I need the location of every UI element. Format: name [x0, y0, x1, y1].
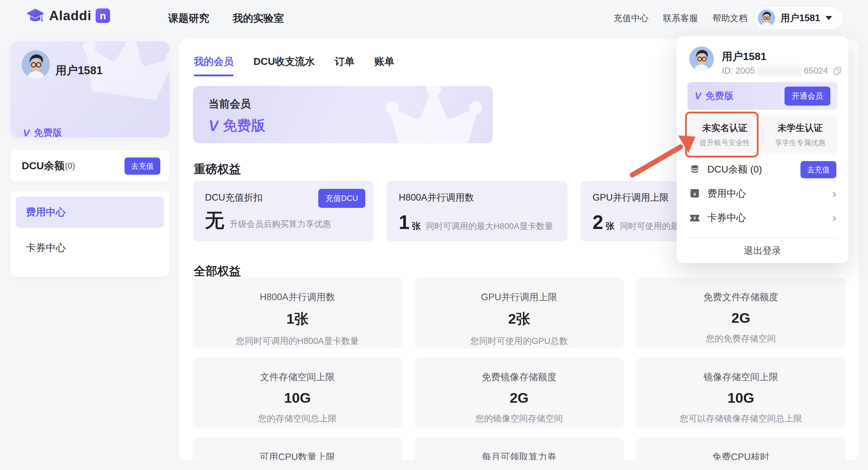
svg-text:¥: ¥ — [693, 216, 696, 221]
v-plan-icon: V — [695, 90, 701, 102]
link-recharge-center[interactable]: 充值中心 — [614, 12, 649, 24]
header-links: 充值中心 联系客服 帮助文档 — [614, 0, 747, 37]
username: 用户1581 — [781, 12, 820, 24]
student-verification-desc: 享学生专属优惠 — [775, 138, 826, 148]
link-help-docs[interactable]: 帮助文档 — [712, 12, 747, 24]
user-id-row: ID: 2005 65024 — [722, 66, 842, 76]
dropdown-item-coupon-center[interactable]: ¥ 卡券中心 › — [677, 206, 848, 230]
benefit-desc: 您同时可调用的H800A显卡数量 — [236, 335, 359, 347]
featured-card-dcu-discount: DCU充值折扣 充值DCU 无 升级会员后购买算力享优惠 — [193, 181, 374, 241]
sidebar-username: 用户1581 — [56, 63, 102, 78]
benefit-card: GPU并行调用上限 2张 您同时可使用的GPU总数 — [415, 277, 624, 348]
benefit-value: 10G — [727, 389, 754, 406]
user-id-prefix: ID: 2005 — [722, 66, 755, 76]
ticket-icon: ¥ — [689, 212, 701, 223]
dropdown-avatar — [689, 47, 714, 71]
user-id-suffix: 65024 — [804, 66, 828, 76]
tab-orders[interactable]: 订单 — [335, 55, 355, 76]
benefit-desc: 您同时可使用的GPU总数 — [470, 335, 568, 347]
v-plan-icon: V — [209, 117, 218, 135]
coins-icon — [689, 164, 701, 175]
benefit-card: 免费文件存储额度 2G 您的免费存储空间 — [636, 277, 845, 348]
dropdown-recharge-button[interactable]: 去充值 — [801, 161, 836, 178]
wallet-icon: ¥ — [689, 188, 701, 199]
divider — [689, 238, 836, 238]
dropdown-item-dcu-balance[interactable]: DCU余额 (0) 去充值 — [677, 157, 848, 182]
logo-text: Aladdi — [49, 8, 91, 23]
dcu-balance-count: (0) — [65, 161, 75, 171]
tab-bills[interactable]: 账单 — [375, 55, 395, 76]
sidebar-item-billing-center[interactable]: 费用中心 — [16, 196, 164, 228]
featured-card-value: 无 — [205, 207, 224, 234]
benefit-card: H800A并行调用数 1张 您同时可调用的H800A显卡数量 — [193, 277, 402, 348]
crown-watermark-icon — [384, 86, 484, 143]
benefit-value: 10G — [284, 389, 311, 406]
dropdown-coupon-label: 卡券中心 — [707, 211, 746, 225]
recharge-dcu-button[interactable]: 充值DCU — [318, 189, 365, 208]
featured-card-value: 1 — [399, 211, 410, 234]
benefit-title: 可用CPU数量上限 — [259, 451, 335, 460]
benefit-value: 2G — [510, 389, 529, 406]
benefit-card: 免费镜像存储额度 2G 您的镜像空间存储空间 — [415, 357, 624, 429]
tab-my-membership[interactable]: 我的会员 — [194, 55, 234, 76]
student-verification-title: 未学生认证 — [778, 122, 823, 134]
featured-card-h800a: H800A并行调用数 1 张 同时可调用的最大H800A显卡数量 — [387, 181, 567, 241]
benefit-title: H800A并行调用数 — [260, 291, 335, 303]
featured-card-title: H800A并行调用数 — [399, 191, 555, 204]
verification-panel: 未实名认证 提升账号安全性 未学生认证 享学生专属优惠 — [687, 115, 838, 154]
sidebar-item-coupon-center[interactable]: 卡券中心 — [16, 232, 164, 263]
benefit-value: 2G — [732, 310, 750, 326]
copy-icon[interactable] — [833, 66, 842, 76]
caret-down-icon — [826, 16, 832, 20]
all-benefits-title: 全部权益 — [194, 263, 241, 280]
dcu-balance-label: DCU余额 — [22, 159, 64, 173]
logout-button[interactable]: 退出登录 — [677, 241, 848, 261]
benefit-title: 免费镜像存储额度 — [482, 371, 556, 383]
recharge-button[interactable]: 去充值 — [124, 157, 160, 175]
featured-cards: DCU充值折扣 充值DCU 无 升级会员后购买算力享优惠 H800A并行调用数 … — [193, 181, 761, 241]
all-benefits-grid: H800A并行调用数 1张 您同时可调用的H800A显卡数量 GPU并行调用上限… — [193, 277, 845, 460]
logo[interactable]: Aladdi n — [26, 8, 110, 24]
open-membership-button[interactable]: 开通会员 — [784, 87, 830, 106]
logo-badge: n — [96, 8, 110, 23]
featured-card-value: 2 — [592, 211, 603, 234]
realname-verification-title: 未实名认证 — [702, 122, 747, 134]
featured-card-desc: 同时可调用的最大H800A显卡数量 — [426, 221, 553, 232]
benefit-card: 镜像存储空间上限 10G 您可以存储镜像存储空间总上限 — [636, 357, 845, 429]
graduation-cap-icon — [26, 8, 45, 24]
tab-bar: 我的会员 DCU收支流水 订单 账单 — [194, 55, 395, 76]
featured-card-desc: 升级会员后购买算力享优惠 — [230, 218, 331, 230]
benefit-card: 文件存储空间上限 10G 您的存储空间总上限 — [193, 357, 402, 429]
benefit-desc: 您的免费存储空间 — [706, 333, 776, 345]
benefit-desc: 您可以存储镜像存储空间总上限 — [680, 413, 802, 425]
benefit-title: 文件存储空间上限 — [260, 371, 335, 383]
benefit-card: 可用CPU数量上限 — [193, 437, 402, 460]
sidebar-user-card: 用户1581 V 免费版 升级会员 — [10, 41, 169, 137]
featured-card-unit: 张 — [412, 220, 421, 232]
user-menu-trigger[interactable]: 用户1581 — [753, 6, 844, 30]
nav-item-my-lab[interactable]: 我的实验室 — [233, 11, 284, 25]
user-dropdown-menu: 用户1581 ID: 2005 65024 V 免费版 开通会员 未实名认证 提… — [677, 36, 848, 263]
nav-item-research[interactable]: 课题研究 — [168, 11, 209, 25]
chevron-right-icon: › — [832, 188, 836, 200]
dropdown-dcu-label: DCU余额 (0) — [707, 163, 762, 176]
benefit-desc: 您的存储空间总上限 — [258, 413, 337, 425]
benefit-value: 2张 — [508, 310, 530, 328]
current-membership-banner: 当前会员 V 免费版 — [193, 86, 493, 143]
sidebar-plan-name: 免费版 — [34, 126, 62, 137]
tab-dcu-transactions[interactable]: DCU收支流水 — [253, 55, 315, 76]
realname-verification[interactable]: 未实名认证 提升账号安全性 — [687, 115, 762, 154]
benefit-value: 1张 — [286, 310, 308, 328]
dropdown-plan-name: 免费版 — [706, 90, 734, 102]
dropdown-item-billing-center[interactable]: ¥ 费用中心 › — [677, 182, 848, 206]
link-contact-support[interactable]: 联系客服 — [663, 12, 698, 24]
student-verification[interactable]: 未学生认证 享学生专属优惠 — [763, 115, 838, 154]
sidebar-menu: 费用中心 卡券中心 — [10, 191, 169, 277]
benefit-card: 免费CPU核时 — [636, 437, 845, 460]
user-avatar — [758, 9, 775, 27]
benefit-desc: 您的镜像空间存储空间 — [475, 413, 563, 425]
chevron-right-icon: › — [832, 212, 836, 224]
banner-label: 当前会员 — [209, 97, 251, 111]
benefit-title: 免费文件存储额度 — [704, 291, 778, 303]
header-nav: 课题研究 我的实验室 — [168, 0, 284, 37]
